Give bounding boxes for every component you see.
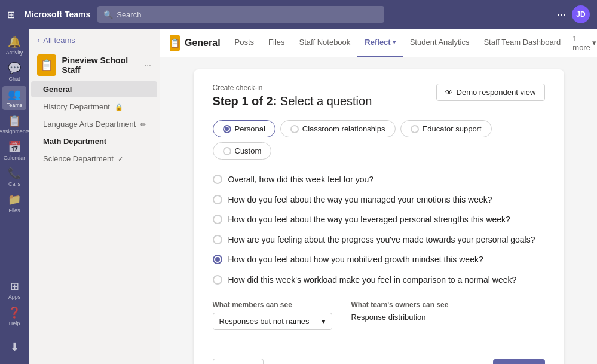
demo-respondent-button[interactable]: 👁 Demo respondent view [436, 84, 545, 101]
question-item[interactable]: How did this week's workload make you fe… [213, 274, 545, 286]
lock-icon: 🔒 [115, 103, 123, 111]
team-header: 📋 Pineview School Staff ··· [29, 50, 160, 81]
more-chevron-icon: ▾ [592, 38, 596, 47]
tab-reflect[interactable]: Reflect ▾ [357, 29, 402, 57]
nav-apps-label: Apps [8, 294, 21, 300]
members-visibility-value: Responses but not names [219, 317, 310, 326]
nav-calls-label: Calls [8, 181, 20, 187]
nav-teams-label: Teams [7, 102, 23, 108]
nav-help-label: Help [9, 320, 20, 326]
edit-icon: ✏ [140, 121, 146, 128]
members-visibility-select[interactable]: Responses but not names ▾ [213, 313, 332, 330]
cat-classroom-radio [290, 125, 299, 133]
checkin-header: Create check-in Step 1 of 2: Select a qu… [213, 84, 545, 108]
topbar-right: ··· JD [557, 5, 590, 23]
q3-radio [213, 215, 222, 224]
nav-assignments[interactable]: 📋 Assignments [2, 112, 26, 136]
questions-list: Overall, how did this week feel for you?… [213, 174, 545, 286]
question-item[interactable]: How do you feel about the way you manage… [213, 194, 545, 206]
select-chevron-icon: ▾ [322, 317, 326, 326]
nav-files-label: Files [8, 207, 20, 213]
tab-posts[interactable]: Posts [228, 29, 262, 57]
nav-chat-label: Chat [8, 76, 20, 82]
step-number: Step 1 of 2: [213, 94, 277, 108]
tab-student-analytics[interactable]: Student Analytics [403, 29, 477, 57]
search-bar[interactable]: 🔍 Search [97, 6, 384, 23]
download-icon: ⬇ [10, 341, 19, 354]
members-visibility-group: What members can see Responses but not n… [213, 301, 332, 330]
cat-personal[interactable]: Personal [213, 120, 275, 137]
checkin-card: Create check-in Step 1 of 2: Select a qu… [194, 69, 564, 364]
step-subtitle: Select a question [280, 94, 372, 108]
nav-help[interactable]: ❓ Help [2, 304, 26, 328]
q5-radio [213, 255, 222, 264]
back-label: All teams [43, 36, 75, 45]
avatar[interactable]: JD [572, 5, 590, 23]
members-visibility-label: What members can see [213, 301, 332, 309]
cat-classroom[interactable]: Classroom relationships [280, 120, 396, 137]
sidebar-item-general[interactable]: General [31, 81, 157, 97]
assignments-icon: 📋 [8, 114, 21, 127]
q2-radio [213, 195, 222, 204]
nav-apps[interactable]: ⊞ Apps [2, 278, 26, 302]
team-options-icon[interactable]: ··· [144, 60, 151, 70]
sidebar-item-science[interactable]: Science Department ✓ [31, 151, 157, 167]
channel-name: General [185, 38, 221, 48]
q4-text: How are you feeling about the progress y… [228, 234, 535, 246]
nav-download[interactable]: ⬇ [2, 335, 26, 359]
sidebar-item-language-arts[interactable]: Language Arts Department ✏ [31, 116, 157, 132]
category-tabs: Personal Classroom relationships Educato… [213, 120, 545, 160]
q1-text: Overall, how did this week feel for you? [228, 174, 374, 186]
sidebar-item-history[interactable]: History Department 🔒 [31, 99, 157, 115]
nav-assignments-label: Assignments [0, 129, 30, 134]
nav-calendar[interactable]: 📅 Calendar [2, 139, 26, 163]
help-icon: ❓ [8, 306, 21, 319]
calls-icon: 📞 [8, 167, 21, 180]
back-to-teams[interactable]: ‹ All teams [29, 29, 160, 50]
team-name: Pineview School Staff [62, 56, 139, 75]
sidebar-item-math[interactable]: Math Department [31, 133, 157, 149]
nav-calendar-label: Calendar [4, 155, 26, 161]
tab-team-dashboard[interactable]: Staff Team Dashboard [476, 29, 568, 57]
tab-staff-notebook[interactable]: Staff Notebook [292, 29, 358, 57]
nav-activity[interactable]: 🔔 Activity [2, 33, 26, 57]
team-icon: 📋 [37, 54, 56, 76]
question-item[interactable]: How do you feel about the way you levera… [213, 214, 545, 226]
nav-teams[interactable]: 👥 Teams [2, 86, 26, 110]
check-icon: ✓ [118, 155, 123, 163]
cat-educator[interactable]: Educator support [400, 120, 492, 137]
tab-more[interactable]: 1 more ▾ [568, 29, 597, 57]
channel-header-icon: 📋 [170, 35, 180, 51]
files-icon: 📁 [8, 193, 21, 206]
cancel-button[interactable]: Cancel [213, 359, 264, 364]
tab-files[interactable]: Files [261, 29, 292, 57]
chat-icon: 💬 [8, 62, 21, 75]
question-item[interactable]: How are you feeling about the progress y… [213, 234, 545, 246]
cat-custom[interactable]: Custom [213, 142, 272, 160]
q1-radio [213, 175, 222, 184]
nav-calls[interactable]: 📞 Calls [2, 165, 26, 189]
owners-visibility-value: Response distribution [351, 313, 449, 322]
app-title: Microsoft Teams [25, 10, 90, 19]
grid-icon[interactable]: ⊞ [7, 9, 15, 20]
nav-chat[interactable]: 💬 Chat [2, 60, 26, 84]
sidebar: ‹ All teams 📋 Pineview School Staff ··· … [29, 29, 160, 364]
checkin-footer: Cancel Next [213, 349, 545, 364]
step-title: Step 1 of 2: Select a question [213, 94, 372, 108]
question-item[interactable]: How do you feel about how you mobilized … [213, 254, 545, 266]
nav-files[interactable]: 📁 Files [2, 191, 26, 215]
create-label: Create check-in [213, 84, 372, 92]
main-layout: 🔔 Activity 💬 Chat 👥 Teams 📋 Assignments … [0, 29, 597, 364]
next-button[interactable]: Next [493, 359, 544, 364]
calendar-icon: 📅 [8, 140, 21, 154]
teams-icon: 👥 [8, 88, 21, 101]
visibility-section: What members can see Responses but not n… [213, 301, 545, 330]
cat-educator-radio [411, 125, 419, 133]
q6-radio [213, 275, 222, 285]
channel-header: 📋 General Posts Files Staff Notebook Ref… [160, 29, 597, 57]
q4-radio [213, 235, 222, 244]
content-area: 📋 General Posts Files Staff Notebook Ref… [160, 29, 597, 364]
q3-text: How do you feel about the way you levera… [228, 214, 510, 226]
topbar-more-icon[interactable]: ··· [557, 8, 566, 21]
question-item[interactable]: Overall, how did this week feel for you? [213, 174, 545, 186]
